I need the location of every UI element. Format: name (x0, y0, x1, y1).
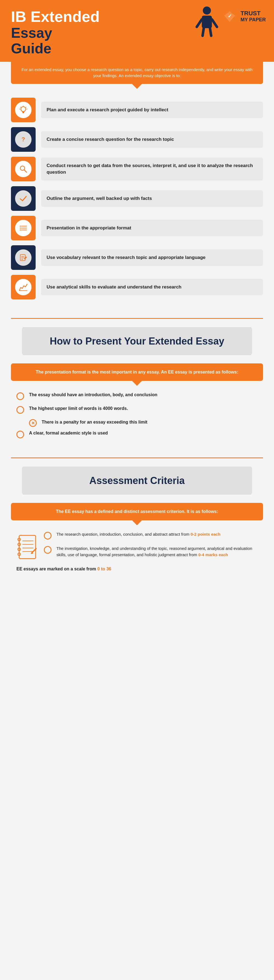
svg-rect-10 (22, 113, 24, 113)
list-item: Presentation in the appropriate format (11, 216, 263, 240)
bullet-circle-2 (16, 406, 24, 414)
chart-icon (15, 279, 32, 295)
item-text-1: Plan and execute a research project guid… (41, 102, 263, 118)
highlight-scale: 0 to 36 (97, 566, 111, 571)
header-title-line2: Essay Guide (11, 25, 263, 56)
item-text-5: Presentation in the appropriate format (41, 220, 263, 236)
assessment-bullets: The research question, introduction, con… (44, 531, 258, 564)
list-item: Outline the argument, well backed up wit… (11, 186, 263, 211)
item-text-3: Conduct research to get data from the so… (41, 158, 263, 180)
assessment-section-title: Assessment Criteria (27, 475, 247, 487)
icon-box-4 (11, 186, 35, 211)
icon-box-7 (11, 275, 35, 299)
question-icon: ? (15, 131, 32, 148)
search-icon (15, 161, 32, 177)
svg-line-3 (212, 19, 217, 27)
icon-box-5 (11, 216, 35, 240)
bullet-circle-1 (16, 392, 24, 400)
highlight-points-1: 0-2 points each (191, 532, 220, 536)
divider-2 (11, 457, 263, 458)
bottom-spacer (0, 580, 274, 590)
svg-text:✓: ✓ (228, 13, 232, 19)
assess-circle-1 (44, 532, 51, 539)
objectives-section: Plan and execute a research project guid… (0, 84, 274, 313)
header-section: IB Extended Essay Guide ✓ TRUST MY PAPER (0, 0, 274, 62)
intro-banner: For an extended essay, you choose a rese… (11, 62, 263, 84)
present-title-box: How to Present Your Extended Essay (22, 327, 252, 355)
sub-bullet-text: There is a penalty for an essay exceedin… (42, 419, 147, 425)
assess-text-1: The research question, introduction, con… (56, 531, 221, 538)
svg-rect-1 (202, 16, 212, 28)
svg-line-2 (197, 19, 202, 27)
list-item: Use analytical skills to evaluate and un… (11, 275, 263, 299)
svg-line-5 (210, 28, 211, 36)
svg-line-4 (202, 28, 204, 36)
bullet-item: The essay should have an introduction, b… (16, 392, 258, 400)
list-item: ? Create a concise research question for… (11, 127, 263, 152)
item-text-7: Use analytical skills to evaluate and un… (41, 279, 263, 295)
assess-bullet-2: The investigation, knowledge, and unders… (44, 546, 258, 558)
assessment-banner: The EE essay has a defined and distinct … (11, 503, 263, 520)
check-icon (15, 190, 32, 207)
svg-line-18 (24, 170, 27, 172)
present-section-title: How to Present Your Extended Essay (27, 335, 247, 347)
list-item: Use vocabulary relevant to the research … (11, 245, 263, 270)
bullet-text-3: A clear, formal academic style is used (29, 430, 108, 436)
svg-rect-29 (19, 535, 35, 558)
highlight-points-2: 0-4 marks each (199, 552, 228, 557)
scale-text: EE essays are marked on a scale from 0 t… (0, 566, 274, 580)
svg-text:?: ? (21, 136, 25, 143)
sub-bullet-item: ✕ There is a penalty for an essay exceed… (29, 419, 258, 427)
edit-icon (15, 250, 32, 266)
svg-point-0 (203, 6, 211, 15)
trust-text: TRUST (240, 10, 266, 17)
bullet-circle-3 (16, 431, 24, 438)
bullet-text-1: The essay should have an introduction, b… (29, 392, 157, 398)
icon-box-2: ? (11, 127, 35, 152)
bullet-item: A clear, formal academic style is used (16, 430, 258, 438)
figure-icon (194, 5, 219, 40)
trust-sub: MY PAPER (240, 17, 266, 23)
assessment-content: The research question, introduction, con… (0, 520, 274, 566)
svg-line-12 (20, 107, 21, 107)
item-text-6: Use vocabulary relevant to the research … (41, 250, 263, 266)
svg-line-13 (26, 107, 26, 107)
bullet-text-2: The highest upper limit of words is 4000… (29, 406, 128, 412)
notebook-icon (16, 534, 38, 562)
icon-box-3 (11, 157, 35, 181)
trust-badge: ✓ TRUST MY PAPER (221, 8, 266, 25)
divider-1 (11, 318, 263, 319)
assess-text-2: The investigation, knowledge, and unders… (56, 546, 258, 558)
list-icon (15, 220, 32, 236)
x-icon: ✕ (29, 419, 37, 427)
assess-circle-2 (44, 546, 51, 554)
present-banner: The presentation format is the most impo… (11, 363, 263, 381)
item-text-4: Outline the argument, well backed up wit… (41, 190, 263, 207)
bullet-item: The highest upper limit of words is 4000… (16, 406, 258, 414)
svg-point-9 (21, 107, 26, 111)
list-item: Conduct research to get data from the so… (11, 157, 263, 181)
icon-box-1 (11, 98, 35, 122)
icon-box-6 (11, 245, 35, 270)
item-text-2: Create a concise research question for t… (41, 131, 263, 148)
bulb-icon (15, 102, 32, 118)
assess-bullet-1: The research question, introduction, con… (44, 531, 258, 539)
present-bullets: The essay should have an introduction, b… (0, 381, 274, 452)
assessment-title-box: Assessment Criteria (22, 466, 252, 495)
list-item: Plan and execute a research project guid… (11, 98, 263, 122)
